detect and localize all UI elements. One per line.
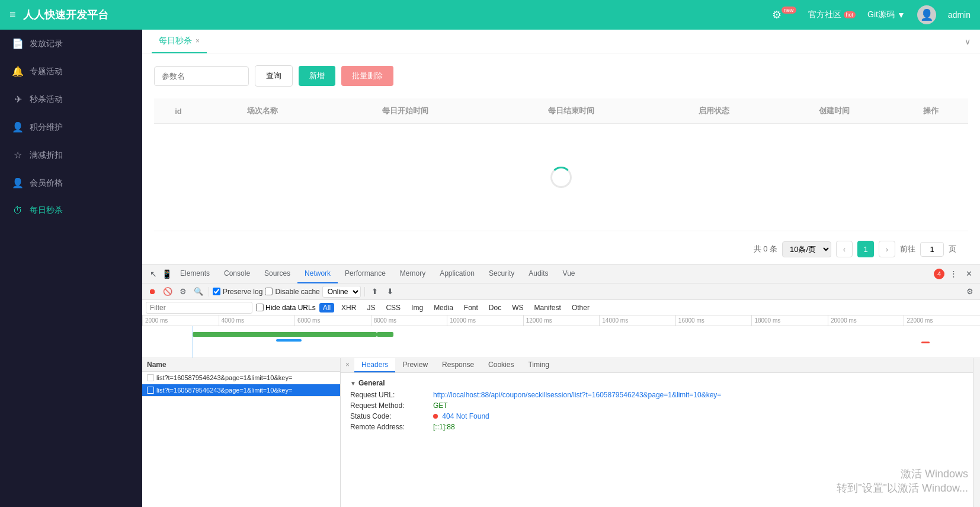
- filter-type-media[interactable]: Media: [430, 303, 457, 313]
- search-input[interactable]: [154, 66, 249, 86]
- preserve-log-checkbox[interactable]: Preserve log: [213, 288, 262, 296]
- sidebar-item-seckill-activity[interactable]: ✈ 秒杀活动: [0, 85, 142, 113]
- col-start: 每日开始时间: [322, 98, 488, 124]
- devtools-tab-audits[interactable]: Audits: [521, 264, 555, 283]
- tick-5: 12000 ms: [523, 315, 600, 326]
- devtools-right-actions: 4 ⋮ ✕: [934, 267, 975, 280]
- request-panel: Name list?t=1605879546243&page=1&limit=1…: [142, 358, 980, 507]
- disable-cache-input[interactable]: [265, 288, 273, 295]
- avatar[interactable]: 👤: [917, 5, 936, 24]
- devtools-cursor-icon[interactable]: ↖: [147, 267, 160, 280]
- filter-type-other[interactable]: Other: [568, 303, 593, 313]
- detail-tab-timing[interactable]: Timing: [521, 358, 556, 372]
- filter-type-ws[interactable]: WS: [508, 303, 527, 313]
- detail-tab-close[interactable]: ×: [341, 358, 354, 372]
- devtools-tab-elements[interactable]: Elements: [173, 264, 217, 283]
- export-icon[interactable]: ⬇: [384, 285, 397, 298]
- username-label: admin: [948, 10, 971, 20]
- tick-7: 16000 ms: [675, 315, 752, 326]
- detail-scrollbar[interactable]: [973, 358, 980, 507]
- detail-tab-preview[interactable]: Preview: [395, 358, 435, 372]
- error-count-badge: 4: [934, 269, 944, 279]
- sidebar-item-send-record[interactable]: 📄 发放记录: [0, 30, 142, 58]
- per-page-select[interactable]: 10条/页: [782, 241, 831, 257]
- tab-close-icon[interactable]: ×: [196, 37, 200, 45]
- devtools-tab-application[interactable]: Application: [433, 264, 482, 283]
- timeline-scale: 2000 ms 4000 ms 6000 ms 8000 ms 10000 ms…: [142, 315, 980, 326]
- devtools-more-icon[interactable]: ⋮: [947, 267, 960, 280]
- page-content: 查询 新增 批量删除 id 场次名称 每日开始时间 每日结束时间 启: [142, 53, 980, 264]
- sidebar-item-topic-activity[interactable]: 🔔 专题活动: [0, 58, 142, 85]
- sidebar-item-discount[interactable]: ☆ 满减折扣: [0, 141, 142, 169]
- detail-row-method: Request Method: GET: [350, 401, 963, 410]
- detail-value-status: 404 Not Found: [433, 412, 489, 420]
- sidebar-item-member-price[interactable]: 👤 会员价格: [0, 169, 142, 197]
- detail-content: ▼ General Request URL: http://localhost:…: [341, 373, 973, 439]
- next-page-button[interactable]: ›: [879, 241, 895, 257]
- filter-type-all[interactable]: All: [319, 303, 334, 313]
- filter-type-img[interactable]: Img: [408, 303, 427, 313]
- search-icon[interactable]: 🔍: [192, 285, 205, 298]
- devtools-tab-network[interactable]: Network: [297, 264, 338, 283]
- devtools-tab-vue[interactable]: Vue: [556, 264, 582, 283]
- stop-record-button[interactable]: 🚫: [161, 285, 174, 298]
- total-label: 共 0 条: [754, 244, 777, 254]
- disable-cache-checkbox[interactable]: Disable cache: [265, 288, 319, 296]
- tick-8: 18000 ms: [751, 315, 828, 326]
- devtools-device-icon[interactable]: 📱: [160, 267, 173, 280]
- filter-type-font[interactable]: Font: [460, 303, 482, 313]
- devtools-tab-sources[interactable]: Sources: [257, 264, 297, 283]
- filter-type-manifest[interactable]: Manifest: [531, 303, 565, 313]
- query-button[interactable]: 查询: [255, 65, 293, 87]
- tab-daily-seckill[interactable]: 每日秒杀 ×: [152, 30, 207, 53]
- filter-type-js[interactable]: JS: [363, 303, 379, 313]
- request-item-0[interactable]: list?t=1605879546243&page=1&limit=10&key…: [142, 372, 340, 384]
- tab-chevron-icon[interactable]: ∨: [965, 37, 971, 46]
- tick-10: 22000 ms: [904, 315, 980, 326]
- devtools-tab-performance[interactable]: Performance: [338, 264, 393, 283]
- filter-type-css[interactable]: CSS: [382, 303, 404, 313]
- detail-tab-response[interactable]: Response: [435, 358, 481, 372]
- devtools-tab-bar: ↖ 📱 Elements Console Sources Network Per…: [142, 264, 980, 283]
- filter-icon[interactable]: ⚙: [177, 285, 190, 298]
- general-section-title[interactable]: ▼ General: [350, 379, 963, 387]
- batch-delete-button[interactable]: 批量删除: [341, 66, 393, 86]
- timeline-bar-3: [276, 339, 301, 342]
- request-item-1[interactable]: list?t=1605879546243&page=1&limit=10&key…: [142, 384, 340, 397]
- col-name: 场次名称: [203, 98, 322, 124]
- sidebar-item-points[interactable]: 👤 积分维护: [0, 113, 142, 141]
- throttle-select[interactable]: Online: [322, 286, 361, 298]
- preserve-log-input[interactable]: [213, 288, 220, 295]
- sidebar-label-member: 会员价格: [30, 178, 63, 189]
- record-button[interactable]: ⏺: [146, 285, 159, 298]
- devtools-tab-console[interactable]: Console: [217, 264, 257, 283]
- sidebar-item-daily-seckill[interactable]: ⏱ 每日秒杀: [0, 197, 142, 224]
- official-link[interactable]: 官方社区hot: [808, 9, 856, 20]
- prev-page-button[interactable]: ‹: [836, 241, 853, 257]
- detail-tab-cookies[interactable]: Cookies: [481, 358, 521, 372]
- preserve-log-label: Preserve log: [223, 288, 262, 296]
- devtools-tab-security[interactable]: Security: [482, 264, 521, 283]
- git-link[interactable]: Git源码 ▼: [867, 9, 905, 20]
- toolbar-separator-1: [209, 287, 209, 296]
- devtools-tab-memory[interactable]: Memory: [393, 264, 433, 283]
- sidebar-label-seckill: 秒杀活动: [30, 94, 63, 105]
- settings-icon[interactable]: ⚙new: [772, 8, 796, 21]
- add-button[interactable]: 新增: [299, 66, 335, 86]
- filter-input[interactable]: [146, 302, 252, 314]
- goto-input[interactable]: [920, 242, 944, 257]
- timeline-bars: [142, 326, 980, 358]
- import-icon[interactable]: ⬆: [369, 285, 382, 298]
- hide-data-urls-input[interactable]: [256, 304, 264, 311]
- hamburger-icon[interactable]: ≡: [9, 9, 16, 21]
- tick-0: 2000 ms: [142, 315, 219, 326]
- sidebar-label-discount: 满减折扣: [30, 150, 63, 161]
- devtools-close-icon[interactable]: ✕: [962, 267, 975, 280]
- hide-data-urls-check[interactable]: All Hide data URLs: [256, 304, 316, 312]
- filter-type-xhr[interactable]: XHR: [338, 303, 360, 313]
- detail-tab-headers[interactable]: Headers: [354, 358, 395, 372]
- tick-1: 4000 ms: [219, 315, 295, 326]
- tick-4: 10000 ms: [447, 315, 523, 326]
- filter-type-doc[interactable]: Doc: [485, 303, 505, 313]
- settings-icon-right[interactable]: ⚙: [963, 285, 976, 298]
